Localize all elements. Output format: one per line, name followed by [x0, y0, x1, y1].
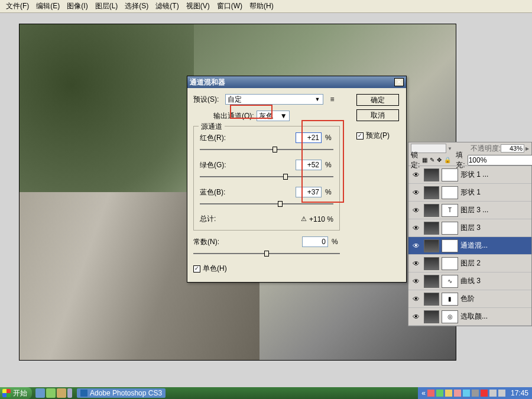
menu-image[interactable]: 图像(I) [63, 0, 91, 12]
pct-label: % [325, 188, 333, 196]
monochrome-checkbox[interactable]: ✓ 单色(H) [193, 264, 400, 274]
layer-item[interactable]: 👁形状 1 ... [408, 166, 531, 184]
total-label: 总计: [200, 214, 216, 224]
lock-all-icon[interactable]: 🔒 [444, 156, 451, 164]
preview-checkbox[interactable]: ✓ 预览(P) [356, 131, 390, 141]
layer-item[interactable]: 👁◐通道混... [408, 237, 531, 255]
tray-icon[interactable] [436, 390, 443, 397]
visibility-icon[interactable]: 👁 [411, 189, 421, 197]
green-input[interactable]: +52 [296, 160, 322, 170]
tray-icon[interactable] [472, 390, 479, 397]
lock-brush-icon[interactable]: ✎ [430, 156, 434, 164]
tray-icon[interactable] [498, 390, 505, 397]
menu-help[interactable]: 帮助(H) [246, 0, 277, 12]
layer-item[interactable]: 👁T图层 3 ... [408, 202, 531, 219]
visibility-icon[interactable]: 👁 [411, 277, 421, 286]
layer-name: 曲线 3 [460, 276, 529, 286]
preset-dropdown[interactable]: 自定 ▼ [225, 94, 323, 105]
visibility-icon[interactable]: 👁 [411, 224, 421, 232]
red-input[interactable]: +21 [296, 132, 322, 143]
visibility-icon[interactable]: 👁 [411, 295, 421, 303]
tray-icon[interactable] [445, 390, 452, 397]
start-button[interactable]: 开始 [0, 387, 32, 399]
channel-mixer-dialog: 通道混和器 ✕ 预设(S): 自定 ▼ ≡ 输出通道(O): 灰色 ▼ 源通道 … [187, 76, 407, 283]
visibility-icon[interactable]: 👁 [411, 206, 421, 215]
layer-item[interactable]: 👁形状 1 [408, 184, 531, 202]
layer-thumb [424, 310, 439, 323]
layer-name: 图层 2 [460, 258, 529, 268]
visibility-icon[interactable]: 👁 [411, 259, 421, 268]
quick-launch [35, 388, 72, 398]
cancel-button[interactable]: 取消 [356, 109, 399, 121]
menu-view[interactable]: 视图(V) [183, 0, 213, 12]
layer-name: 选取颜... [460, 312, 529, 322]
output-value: 灰色 [259, 111, 273, 121]
layer-item[interactable]: 👁◎选取颜... [408, 308, 531, 326]
layer-thumb [424, 239, 439, 252]
ql-icon[interactable] [67, 388, 72, 398]
pct-label: % [332, 238, 340, 246]
lock-move-icon[interactable]: ✥ [437, 156, 442, 164]
taskbar: 开始 Adobe Photoshop CS3 « 17:45 [0, 387, 532, 399]
menu-select[interactable]: 选择(S) [121, 0, 152, 12]
constant-input[interactable]: 0 [302, 236, 328, 247]
monochrome-label: 单色(H) [203, 264, 227, 274]
ql-icon[interactable] [57, 388, 66, 398]
opacity-label: 不透明度: [471, 144, 501, 154]
layer-name: 形状 1 [460, 187, 529, 197]
ok-button[interactable]: 确定 [356, 94, 399, 106]
blue-label: 蓝色(B): [200, 187, 238, 197]
warning-icon: ⚠ [301, 215, 307, 223]
menu-filter[interactable]: 滤镜(T) [152, 0, 182, 12]
fill-input[interactable] [468, 155, 532, 166]
lock-pixels-icon[interactable]: ▦ [422, 156, 427, 164]
menu-window[interactable]: 窗口(W) [213, 0, 246, 12]
tray-icon[interactable] [489, 390, 497, 397]
layer-item[interactable]: 👁图层 2 [408, 255, 531, 273]
photoshop-icon [80, 390, 87, 397]
layer-name: 形状 1 ... [460, 170, 529, 180]
visibility-icon[interactable]: 👁 [411, 242, 421, 250]
visibility-icon[interactable]: 👁 [411, 313, 421, 321]
tray-icon[interactable] [427, 390, 434, 397]
taskbar-app-button[interactable]: Adobe Photoshop CS3 [77, 388, 166, 398]
menu-edit[interactable]: 编辑(E) [33, 0, 63, 12]
windows-logo-icon [2, 389, 11, 397]
menu-file[interactable]: 文件(F) [2, 0, 33, 12]
tray-expand-icon[interactable]: « [421, 389, 426, 397]
red-slider[interactable] [200, 145, 333, 154]
output-dropdown[interactable]: 灰色 ▼ [257, 111, 290, 121]
green-slider[interactable] [200, 173, 333, 181]
chevron-right-icon: ▶ [525, 146, 529, 151]
fill-label: 填充: [456, 150, 465, 170]
visibility-icon[interactable]: 👁 [411, 171, 421, 179]
layer-item[interactable]: 👁▮色阶 [408, 290, 531, 308]
dialog-titlebar[interactable]: 通道混和器 ✕ [187, 76, 406, 88]
opacity-input[interactable] [501, 144, 524, 153]
layer-item[interactable]: 👁∿曲线 3 [408, 273, 531, 290]
source-channels-group: 源通道 红色(R): +21 % 绿色(G): +52 % 蓝色(B): +37… [193, 126, 340, 231]
preset-menu-icon[interactable]: ≡ [327, 94, 338, 105]
chevron-down-icon: ▼ [314, 96, 321, 102]
dialog-title: 通道混和器 [190, 77, 394, 87]
preset-label: 预设(S): [193, 95, 225, 105]
ql-icon[interactable] [46, 388, 56, 398]
green-label: 绿色(G): [200, 160, 238, 170]
pct-label: % [325, 161, 333, 169]
layer-item[interactable]: 👁图层 3 [408, 219, 531, 237]
menu-layer[interactable]: 图层(L) [92, 0, 122, 12]
layer-name: 通道混... [460, 241, 529, 251]
ql-icon[interactable] [35, 388, 45, 398]
blue-input[interactable]: +37 [296, 187, 322, 197]
system-tray: « 17:45 [418, 387, 532, 399]
tray-icon[interactable] [454, 390, 461, 397]
blue-slider[interactable] [200, 200, 333, 208]
close-icon[interactable]: ✕ [394, 78, 404, 86]
output-label: 输出通道(O): [213, 111, 254, 121]
constant-label: 常数(N): [193, 237, 231, 247]
tray-icon[interactable] [463, 390, 470, 397]
tray-icon[interactable] [481, 390, 488, 397]
clock[interactable]: 17:45 [511, 389, 528, 397]
layer-thumb [424, 257, 439, 270]
constant-slider[interactable] [193, 249, 340, 258]
